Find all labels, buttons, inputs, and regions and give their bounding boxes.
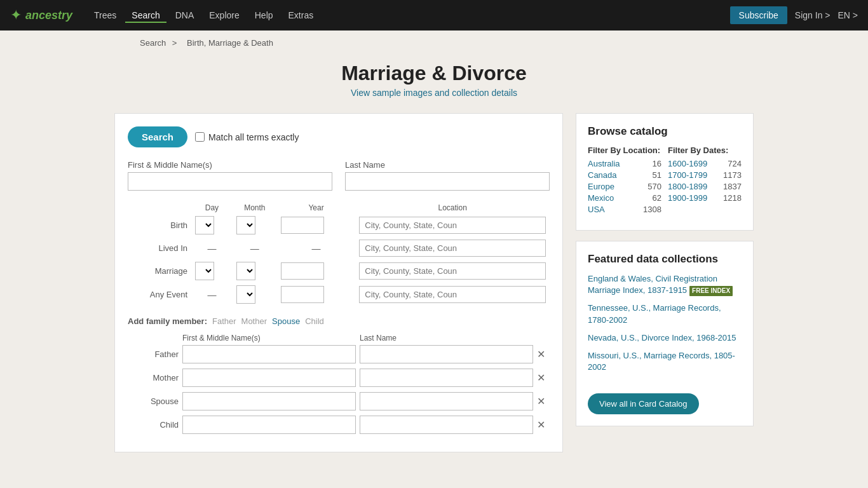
navigation: ✦ ancestry Trees Search DNA Explore Help… <box>0 0 868 30</box>
filter-europe-count: 570 <box>648 182 661 191</box>
filter-1700-count: 1173 <box>723 170 742 180</box>
birth-row: Birth <box>128 214 550 237</box>
col-month-header: Month <box>233 201 277 214</box>
filter-mexico-link[interactable]: Mexico <box>588 193 614 203</box>
filter-europe-link[interactable]: Europe <box>588 182 614 191</box>
search-top: Search Match all terms exactly <box>128 126 550 147</box>
family-section: Add family member: Father Mother Spouse … <box>128 316 550 434</box>
mother-label: Mother <box>128 373 179 383</box>
col-year-header: Year <box>277 201 355 214</box>
filter-1900-link[interactable]: 1900-1999 <box>668 193 707 203</box>
nav-trees[interactable]: Trees <box>88 8 123 23</box>
filter-dates-col: Filter By Dates: 1600-1699 724 1700-1799… <box>668 146 742 205</box>
language-selector[interactable]: EN > <box>837 10 858 20</box>
anyevent-month-select[interactable] <box>236 285 255 304</box>
nav-dna[interactable]: DNA <box>169 8 201 23</box>
marriage-day-select[interactable] <box>195 262 214 280</box>
birth-day-select[interactable] <box>195 216 214 234</box>
child-last-input[interactable] <box>360 416 533 434</box>
subscribe-button[interactable]: Subscribe <box>730 6 787 24</box>
filter-1800-link[interactable]: 1800-1899 <box>668 182 707 191</box>
featured-link-0[interactable]: England & Wales, Civil Registration Marr… <box>588 273 742 296</box>
featured-link-3[interactable]: Missouri, U.S., Marriage Records, 1805-2… <box>588 350 742 373</box>
filter-location-col: Filter By Location: Australia 16 Canada … <box>588 146 661 216</box>
filter-row: Filter By Location: Australia 16 Canada … <box>588 146 742 216</box>
nav-extras[interactable]: Extras <box>282 8 320 23</box>
child-row: Child ✕ <box>128 416 550 434</box>
marriage-year-input[interactable] <box>281 262 324 280</box>
match-exact-text: Match all terms exactly <box>208 132 299 142</box>
father-last-input[interactable] <box>360 345 533 363</box>
filter-australia-link[interactable]: Australia <box>588 159 620 168</box>
nav-help[interactable]: Help <box>248 8 280 23</box>
marriage-month-select[interactable] <box>236 262 255 280</box>
mother-first-input[interactable] <box>182 369 356 387</box>
filter-mexico: Mexico 62 <box>588 193 661 203</box>
child-remove-button[interactable]: ✕ <box>537 419 550 431</box>
nav-search[interactable]: Search <box>125 8 166 23</box>
page-subtitle-link[interactable]: View sample images and collection detail… <box>0 88 868 98</box>
featured-link-1[interactable]: Tennessee, U.S., Marriage Records, 1780-… <box>588 302 742 325</box>
name-fields: First & Middle Name(s) Last Name <box>128 160 550 191</box>
filter-1600-count: 724 <box>728 159 742 168</box>
filter-1800-count: 1837 <box>723 182 742 191</box>
breadcrumb-separator: > <box>172 38 177 48</box>
add-father-link[interactable]: Father <box>212 316 236 326</box>
signin-link[interactable]: Sign In > <box>795 10 831 20</box>
add-spouse-link[interactable]: Spouse <box>272 316 300 326</box>
col-day-header: Day <box>191 201 233 214</box>
add-child-link[interactable]: Child <box>305 316 324 326</box>
father-remove-button[interactable]: ✕ <box>537 348 550 360</box>
father-first-input[interactable] <box>182 345 356 363</box>
anyevent-location-input[interactable] <box>359 286 546 303</box>
filter-dates-title: Filter By Dates: <box>668 146 742 155</box>
filter-canada-link[interactable]: Canada <box>588 170 617 180</box>
col-location-header: Location <box>355 201 550 214</box>
anyevent-row: Any Event — <box>128 283 550 306</box>
first-name-input[interactable] <box>128 172 332 191</box>
birth-year-input[interactable] <box>281 217 324 234</box>
livedin-label: Lived In <box>128 237 191 259</box>
livedin-month-dash: — <box>233 237 277 259</box>
birth-month-select[interactable] <box>236 216 255 234</box>
spouse-first-input[interactable] <box>182 392 356 410</box>
anyevent-year-input[interactable] <box>281 286 324 303</box>
anyevent-day-dash: — <box>191 283 233 306</box>
breadcrumb-search[interactable]: Search <box>140 38 166 48</box>
filter-location-title: Filter By Location: <box>588 146 661 155</box>
search-button[interactable]: Search <box>128 126 187 147</box>
mother-last-input[interactable] <box>360 369 533 387</box>
spouse-last-input[interactable] <box>360 392 533 410</box>
page-title-area: Marriage & Divorce View sample images an… <box>0 51 868 103</box>
spouse-remove-button[interactable]: ✕ <box>537 395 550 407</box>
last-name-input[interactable] <box>345 172 550 191</box>
logo[interactable]: ✦ ancestry <box>10 7 72 24</box>
match-exact-label[interactable]: Match all terms exactly <box>195 132 299 142</box>
add-mother-link[interactable]: Mother <box>241 316 267 326</box>
match-exact-checkbox[interactable] <box>195 132 205 142</box>
filter-canada-count: 51 <box>653 170 661 180</box>
free-badge: FREE INDEX <box>689 286 733 296</box>
filter-usa-link[interactable]: USA <box>588 205 605 214</box>
featured-card: Featured data collections England & Wale… <box>576 241 754 426</box>
filter-1700-link[interactable]: 1700-1799 <box>668 170 707 180</box>
child-label: Child <box>128 420 179 430</box>
main-layout: Search Match all terms exactly First & M… <box>0 103 868 478</box>
livedin-location-input[interactable] <box>359 240 546 257</box>
mother-remove-button[interactable]: ✕ <box>537 372 550 384</box>
filter-1600: 1600-1699 724 <box>668 159 742 168</box>
child-first-input[interactable] <box>182 416 356 434</box>
nav-explore[interactable]: Explore <box>203 8 245 23</box>
spouse-label: Spouse <box>128 396 179 406</box>
filter-1600-link[interactable]: 1600-1699 <box>668 159 707 168</box>
marriage-location-input[interactable] <box>359 262 546 280</box>
birth-label: Birth <box>128 214 191 237</box>
search-panel: Search Match all terms exactly First & M… <box>114 113 563 452</box>
birth-location-input[interactable] <box>359 217 546 234</box>
livedin-day-dash: — <box>191 237 233 259</box>
livedin-row: Lived In — — — <box>128 237 550 259</box>
view-catalog-button[interactable]: View all in Card Catalog <box>588 393 699 414</box>
featured-link-2[interactable]: Nevada, U.S., Divorce Index, 1968-2015 <box>588 332 742 344</box>
marriage-label: Marriage <box>128 259 191 283</box>
spouse-row: Spouse ✕ <box>128 392 550 410</box>
